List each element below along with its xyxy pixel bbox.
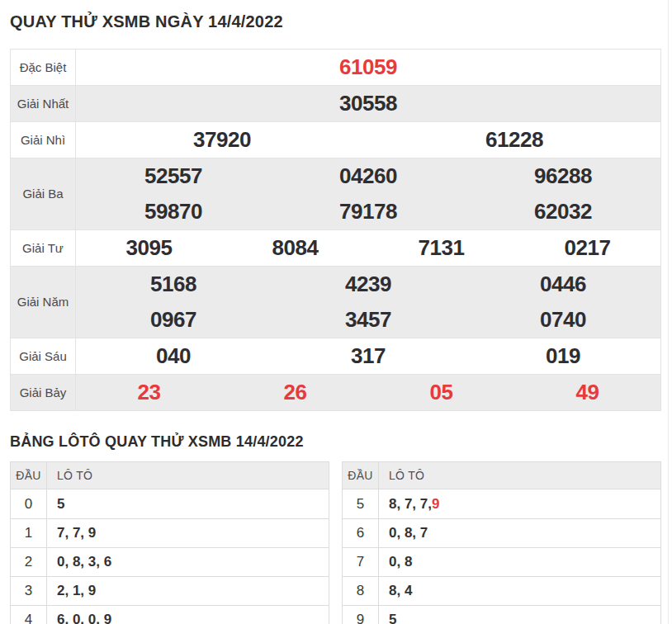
loto-table-header: ĐẦU LÔ TÔ bbox=[343, 462, 660, 489]
prize-number: 3457 bbox=[271, 307, 466, 333]
prize-number: 62032 bbox=[466, 199, 660, 225]
prize-number: 59870 bbox=[76, 199, 271, 225]
prize-number: 8084 bbox=[222, 235, 368, 261]
loto-table-right: ĐẦU LÔ TÔ 5 8, 7, 7, 9 6 0, 8, 7 7 0, 8 … bbox=[342, 461, 661, 624]
prize-row-giai-sau: Giải Sáu 040 317 019 bbox=[11, 338, 660, 375]
prize-label: Giải Sáu bbox=[11, 338, 76, 374]
loto-value: 8, 4 bbox=[379, 577, 660, 605]
prize-number: 61228 bbox=[368, 127, 660, 153]
loto-value-highlighted: 9 bbox=[432, 496, 439, 513]
prize-row-dac-biet: Đặc Biệt 61059 bbox=[11, 50, 660, 86]
prize-number: 05 bbox=[368, 380, 514, 405]
loto-row: 5 8, 7, 7, 9 bbox=[343, 489, 660, 518]
prize-label: Giải Nhất bbox=[11, 86, 76, 121]
prize-number: 37920 bbox=[76, 127, 368, 153]
prize-label: Giải Nhì bbox=[11, 122, 76, 158]
dau-value: 2 bbox=[11, 548, 47, 576]
prize-number: 0967 bbox=[76, 307, 271, 333]
prize-number: 0446 bbox=[466, 272, 660, 297]
prize-values: 040 317 019 bbox=[76, 338, 660, 374]
loto-value: 0, 8, 7 bbox=[379, 519, 660, 547]
dau-value: 0 bbox=[11, 489, 47, 518]
loto-value: 8, 7, 7, 9 bbox=[379, 489, 660, 518]
dau-value: 7 bbox=[343, 548, 379, 576]
lottery-results-page: QUAY THỬ XSMB NGÀY 14/4/2022 Đặc Biệt 61… bbox=[0, 0, 672, 624]
prize-row-giai-tu: Giải Tư 3095 8084 7131 0217 bbox=[11, 230, 660, 267]
prize-number: 79178 bbox=[271, 199, 466, 225]
prize-number: 52557 bbox=[76, 163, 271, 189]
loto-table-header: ĐẦU LÔ TÔ bbox=[11, 462, 329, 489]
prize-values: 23 26 05 49 bbox=[76, 375, 660, 410]
prize-number: 3095 bbox=[76, 235, 222, 261]
page-title: QUAY THỬ XSMB NGÀY 14/4/2022 bbox=[10, 12, 661, 31]
loto-value: 6, 0, 0, 9 bbox=[47, 606, 329, 624]
prize-number: 019 bbox=[466, 343, 660, 369]
dau-value: 6 bbox=[343, 519, 379, 547]
loto-value: 2, 1, 9 bbox=[47, 577, 329, 605]
prize-row-giai-nhat: Giải Nhất 30558 bbox=[11, 86, 660, 122]
prize-number: 7131 bbox=[368, 235, 514, 261]
dau-value: 3 bbox=[11, 577, 47, 605]
prize-number: 317 bbox=[271, 343, 466, 369]
prize-row-giai-ba: Giải Ba 52557 04260 96288 59870 79178 62… bbox=[11, 158, 660, 230]
loto-value: 5 bbox=[379, 606, 660, 624]
prize-number: 30558 bbox=[76, 91, 660, 116]
prize-number: 04260 bbox=[271, 163, 466, 189]
prize-label: Giải Tư bbox=[11, 230, 76, 266]
loto-value: 0, 8, 3, 6 bbox=[47, 548, 329, 576]
loto-row: 6 0, 8, 7 bbox=[343, 518, 660, 547]
loto-row: 1 7, 7, 9 bbox=[11, 518, 329, 547]
prize-label: Giải Năm bbox=[11, 267, 76, 338]
prize-number: 0217 bbox=[514, 235, 660, 261]
prize-number: 26 bbox=[222, 380, 368, 405]
column-header-loto: LÔ TÔ bbox=[47, 462, 329, 489]
dau-value: 8 bbox=[343, 577, 379, 605]
prize-number: 0740 bbox=[466, 307, 660, 333]
prize-label: Giải Bảy bbox=[11, 375, 76, 410]
loto-row: 4 6, 0, 0, 9 bbox=[11, 605, 329, 624]
dau-value: 5 bbox=[343, 489, 379, 518]
loto-row: 8 8, 4 bbox=[343, 576, 660, 605]
prize-values: 37920 61228 bbox=[76, 122, 660, 158]
prize-label: Đặc Biệt bbox=[11, 50, 76, 85]
prize-number: 5168 bbox=[76, 272, 271, 297]
prize-number: 4239 bbox=[271, 272, 466, 297]
column-header-loto: LÔ TÔ bbox=[379, 462, 660, 489]
prize-row-giai-bay: Giải Bảy 23 26 05 49 bbox=[11, 375, 660, 410]
loto-row: 7 0, 8 bbox=[343, 547, 660, 576]
page-edge-divider bbox=[668, 0, 669, 624]
prize-values: 61059 bbox=[76, 50, 660, 85]
loto-table-left: ĐẦU LÔ TÔ 0 5 1 7, 7, 9 2 0, 8, 3, 6 3 2… bbox=[10, 461, 329, 624]
prize-row-giai-nam: Giải Năm 5168 4239 0446 0967 3457 0740 bbox=[11, 267, 660, 338]
loto-value-normal: 8, 7, 7, bbox=[389, 496, 432, 513]
dau-value: 4 bbox=[11, 606, 47, 624]
column-header-dau: ĐẦU bbox=[11, 462, 47, 489]
loto-section-title: BẢNG LÔTÔ QUAY THỬ XSMB 14/4/2022 bbox=[10, 433, 661, 451]
loto-row: 3 2, 1, 9 bbox=[11, 576, 329, 605]
column-header-dau: ĐẦU bbox=[343, 462, 379, 489]
prize-number: 96288 bbox=[466, 163, 660, 189]
loto-value: 5 bbox=[47, 489, 329, 518]
prize-number: 49 bbox=[514, 380, 660, 405]
prize-values: 30558 bbox=[76, 86, 660, 121]
results-table: Đặc Biệt 61059 Giải Nhất 30558 Giải Nhì … bbox=[10, 49, 661, 411]
prize-number: 23 bbox=[76, 380, 222, 405]
loto-row: 0 5 bbox=[11, 489, 329, 518]
prize-number: 61059 bbox=[76, 54, 660, 80]
prize-number: 040 bbox=[76, 343, 271, 369]
loto-value: 0, 8 bbox=[379, 548, 660, 576]
prize-label: Giải Ba bbox=[11, 158, 76, 229]
loto-row: 9 5 bbox=[343, 605, 660, 624]
loto-value: 7, 7, 9 bbox=[47, 519, 329, 547]
prize-values: 3095 8084 7131 0217 bbox=[76, 230, 660, 266]
prize-row-giai-nhi: Giải Nhì 37920 61228 bbox=[11, 122, 660, 158]
dau-value: 9 bbox=[343, 606, 379, 624]
prize-values: 52557 04260 96288 59870 79178 62032 bbox=[76, 158, 660, 229]
loto-tables: ĐẦU LÔ TÔ 0 5 1 7, 7, 9 2 0, 8, 3, 6 3 2… bbox=[10, 461, 661, 624]
loto-row: 2 0, 8, 3, 6 bbox=[11, 547, 329, 576]
prize-values: 5168 4239 0446 0967 3457 0740 bbox=[76, 267, 660, 338]
dau-value: 1 bbox=[11, 519, 47, 547]
